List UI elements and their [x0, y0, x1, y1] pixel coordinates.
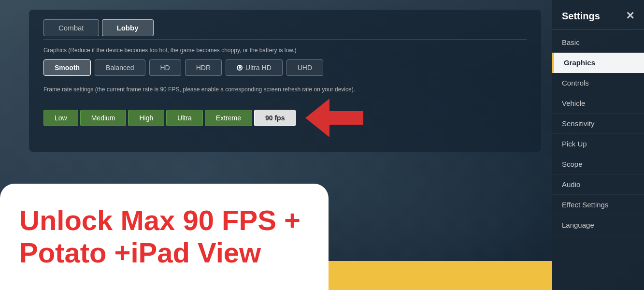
framerate-desc: Frame rate settings (the current frame r… — [43, 86, 382, 94]
close-button[interactable]: ✕ — [626, 10, 634, 22]
sidebar-title: Settings — [562, 11, 600, 22]
quality-hdr[interactable]: HDR — [185, 59, 222, 76]
tab-lobby[interactable]: Lobby — [102, 19, 154, 36]
quality-hd[interactable]: HD — [149, 59, 181, 76]
sidebar-item-graphics[interactable]: Graphics — [552, 53, 644, 73]
fps-extreme[interactable]: Extreme — [205, 110, 252, 126]
sidebar-item-audio[interactable]: Audio — [552, 174, 644, 195]
tab-row: Combat Lobby — [43, 19, 527, 40]
sidebar-header: Settings ✕ — [552, 7, 644, 30]
bottom-card: Unlock Max 90 FPS + Potato +iPad View — [0, 184, 329, 290]
settings-game-panel: Combat Lobby Graphics (Reduce if the dev… — [29, 10, 541, 152]
sidebar-item-scope[interactable]: Scope — [552, 154, 644, 174]
sidebar-item-pickup[interactable]: Pick Up — [552, 134, 644, 154]
arrow-container — [305, 99, 363, 137]
quality-smooth[interactable]: Smooth — [43, 59, 91, 76]
arrow-head — [305, 99, 329, 137]
quality-row: Smooth Balanced HD HDR Ultra HD UHD — [43, 59, 527, 76]
graphics-desc: Graphics (Reduce if the device becomes t… — [43, 46, 527, 55]
sidebar-item-effect-settings[interactable]: Effect Settings — [552, 195, 644, 215]
sidebar-item-vehicle[interactable]: Vehicle — [552, 93, 644, 114]
bottom-card-text: Unlock Max 90 FPS + Potato +iPad View — [19, 204, 301, 269]
fps-medium[interactable]: Medium — [80, 110, 127, 126]
fps-low[interactable]: Low — [43, 110, 78, 126]
yellow-bar — [329, 261, 552, 290]
fps-90[interactable]: 90 fps — [254, 110, 296, 126]
quality-uhd[interactable]: UHD — [286, 59, 323, 76]
radio-ultrahd-icon — [237, 65, 243, 71]
tab-combat[interactable]: Combat — [43, 19, 99, 36]
fps-high[interactable]: High — [128, 110, 164, 126]
fps-row-container: Low Medium High Ultra Extreme 90 fps — [43, 99, 527, 137]
bottom-card-line1: Unlock Max 90 FPS + — [19, 204, 301, 237]
sidebar-item-controls[interactable]: Controls — [552, 73, 644, 93]
fps-ultra[interactable]: Ultra — [166, 110, 203, 126]
quality-ultrahd[interactable]: Ultra HD — [226, 59, 283, 76]
fps-row: Low Medium High Ultra Extreme 90 fps — [43, 110, 296, 126]
sidebar-item-basic[interactable]: Basic — [552, 32, 644, 53]
sidebar: Settings ✕ Basic Graphics Controls Vehic… — [552, 0, 644, 290]
bottom-card-line2: Potato +iPad View — [19, 237, 301, 269]
sidebar-item-sensitivity[interactable]: Sensitivity — [552, 114, 644, 134]
arrow-body — [329, 111, 363, 125]
quality-balanced[interactable]: Balanced — [95, 59, 145, 76]
red-arrow — [305, 99, 363, 137]
sidebar-item-language[interactable]: Language — [552, 215, 644, 235]
